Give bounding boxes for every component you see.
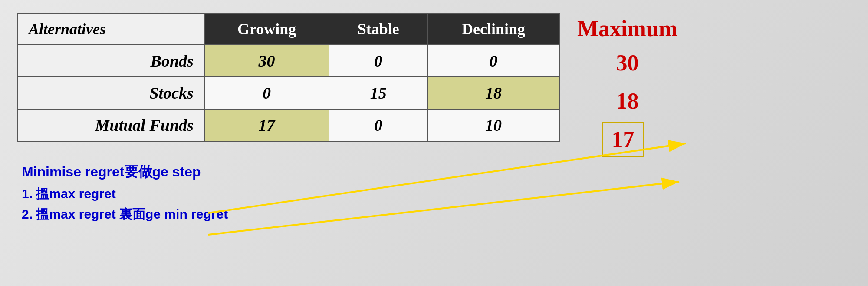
stocks-label: Stocks (18, 77, 204, 109)
maximum-header: Maximum (569, 16, 677, 41)
decision-table: Alternatives Growing Stable Declining Bo… (17, 13, 560, 142)
stocks-declining: 18 (427, 77, 559, 109)
note-item-2: 2. 搵max regret 裏面ge min regret (22, 206, 851, 223)
declining-header: Declining (427, 13, 559, 45)
stocks-growing: 0 (204, 77, 329, 109)
mutual-funds-growing: 17 (204, 109, 329, 141)
bonds-maximum: 30 (608, 50, 639, 76)
minimise-regret-title: Minimise regret要做ge step (22, 163, 851, 182)
note-item-1: 1. 搵max regret (22, 185, 851, 203)
stocks-stable: 15 (329, 77, 427, 109)
stocks-maximum: 18 (608, 88, 639, 114)
mutual-funds-declining: 10 (427, 109, 559, 141)
mutual-funds-label: Mutual Funds (18, 109, 204, 141)
mutual-funds-stable: 0 (329, 109, 427, 141)
table-row: Stocks 0 15 18 (18, 77, 559, 109)
table-row: Bonds 30 0 0 (18, 45, 559, 77)
bonds-label: Bonds (18, 45, 204, 77)
alternatives-header: Alternatives (18, 13, 204, 45)
bonds-stable: 0 (329, 45, 427, 77)
bonds-growing: 30 (204, 45, 329, 77)
notes-section: Minimise regret要做ge step 1. 搵max regret … (22, 163, 851, 223)
mutual-funds-maximum: 17 (602, 122, 644, 157)
stable-header: Stable (329, 13, 427, 45)
table-row: Mutual Funds 17 0 10 (18, 109, 559, 141)
maximum-column: Maximum 30 18 17 (560, 13, 686, 158)
growing-header: Growing (204, 13, 329, 45)
bonds-declining: 0 (427, 45, 559, 77)
